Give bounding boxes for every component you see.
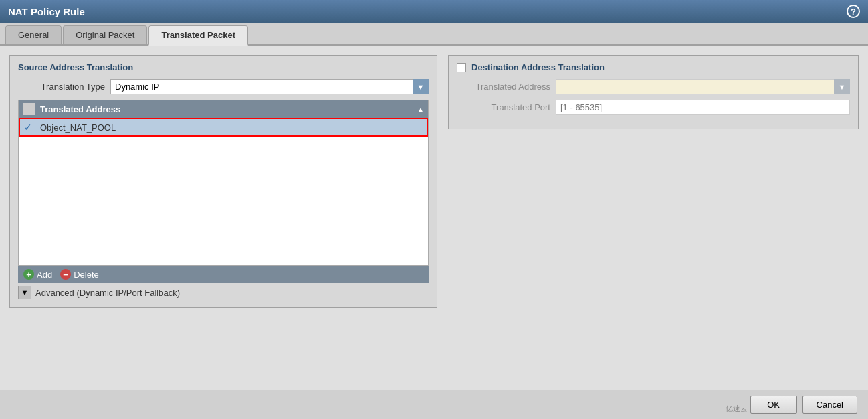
delete-button[interactable]: − Delete — [60, 269, 99, 280]
source-address-section: Source Address Translation Translation T… — [9, 55, 437, 308]
tab-original-packet[interactable]: Original Packet — [63, 25, 147, 44]
dest-section-title-row: Destination Address Translation — [457, 62, 850, 72]
translation-type-row: Translation Type Dynamic IP ▼ — [18, 79, 429, 94]
dialog-title: NAT Policy Rule — [8, 6, 85, 17]
dialog-body: Source Address Translation Translation T… — [0, 46, 868, 390]
translation-type-select-wrap: Dynamic IP ▼ — [110, 79, 429, 94]
translation-type-label: Translation Type — [18, 82, 105, 92]
delete-icon: − — [60, 269, 71, 280]
table-body: ✓ Object_NAT_POOL — [19, 118, 428, 265]
watermark: 亿速云 — [726, 404, 748, 414]
dest-translated-address-wrap: ▼ — [556, 79, 850, 94]
table-row[interactable]: ✓ Object_NAT_POOL — [19, 118, 428, 137]
right-panel: Destination Address Translation Translat… — [448, 55, 859, 380]
dest-section-title-text: Destination Address Translation — [471, 62, 605, 72]
add-button[interactable]: + Add — [23, 269, 52, 280]
add-icon: + — [23, 269, 34, 280]
dialog-header: NAT Policy Rule ? — [0, 0, 868, 23]
dest-translated-address-input[interactable] — [556, 79, 850, 94]
tab-translated-packet[interactable]: Translated Packet — [148, 25, 248, 46]
dest-translated-address-row: Translated Address ▼ — [457, 79, 850, 94]
row-checkbox[interactable]: ✓ — [24, 122, 35, 133]
table-footer: + Add − Delete — [18, 266, 429, 283]
dest-checkbox[interactable] — [457, 63, 466, 72]
tab-general[interactable]: General — [5, 25, 62, 44]
dest-translated-port-label: Translated Port — [457, 102, 550, 112]
translation-type-select[interactable]: Dynamic IP — [110, 79, 429, 94]
help-icon[interactable]: ? — [847, 5, 860, 18]
ok-button[interactable]: OK — [750, 396, 797, 414]
dest-translated-port-row: Translated Port — [457, 100, 850, 115]
header-checkbox[interactable] — [23, 103, 35, 115]
dest-translated-port-input[interactable] — [556, 100, 850, 115]
tab-bar: General Original Packet Translated Packe… — [0, 23, 868, 46]
row-cell-nat-pool: Object_NAT_POOL — [40, 122, 423, 133]
advanced-row: ▼ Advanced (Dynamic IP/Port Fallback) — [18, 286, 429, 299]
destination-section: Destination Address Translation Translat… — [448, 55, 859, 129]
cancel-button[interactable]: Cancel — [802, 396, 857, 414]
source-section-title: Source Address Translation — [18, 62, 429, 72]
dest-translated-address-label: Translated Address — [457, 82, 550, 92]
translated-address-table: Translated Address ▲ ✓ Object_NAT_POOL — [18, 100, 429, 266]
nat-policy-dialog: NAT Policy Rule ? General Original Packe… — [0, 0, 868, 419]
table-header: Translated Address ▲ — [19, 100, 428, 118]
left-panel: Source Address Translation Translation T… — [9, 55, 437, 380]
advanced-toggle-button[interactable]: ▼ — [18, 286, 31, 299]
table-column-header: Translated Address — [40, 104, 415, 114]
sort-icon: ▲ — [417, 106, 424, 113]
advanced-label: Advanced (Dynamic IP/Port Fallback) — [35, 288, 180, 298]
